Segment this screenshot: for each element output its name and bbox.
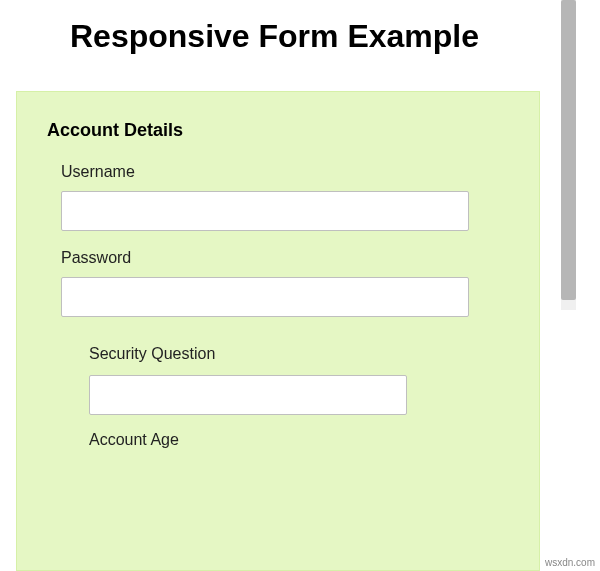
username-field-group: Username [61,163,509,231]
username-input[interactable] [61,191,469,231]
account-details-panel: Account Details Username Password Securi… [16,91,540,571]
page-title: Responsive Form Example [0,0,560,55]
password-field-group: Password [61,249,509,317]
password-input[interactable] [61,277,469,317]
security-question-field-group: Security Question [89,345,509,415]
password-label: Password [61,249,509,267]
security-question-label: Security Question [89,345,509,363]
scrollbar-thumb[interactable] [561,0,576,300]
watermark-text: wsxdn.com [545,557,595,568]
account-age-field-group: Account Age [89,431,509,449]
username-label: Username [61,163,509,181]
page-viewport: Responsive Form Example Account Details … [0,0,560,571]
account-age-label: Account Age [89,431,509,449]
section-heading: Account Details [47,120,509,141]
security-question-input[interactable] [89,375,407,415]
